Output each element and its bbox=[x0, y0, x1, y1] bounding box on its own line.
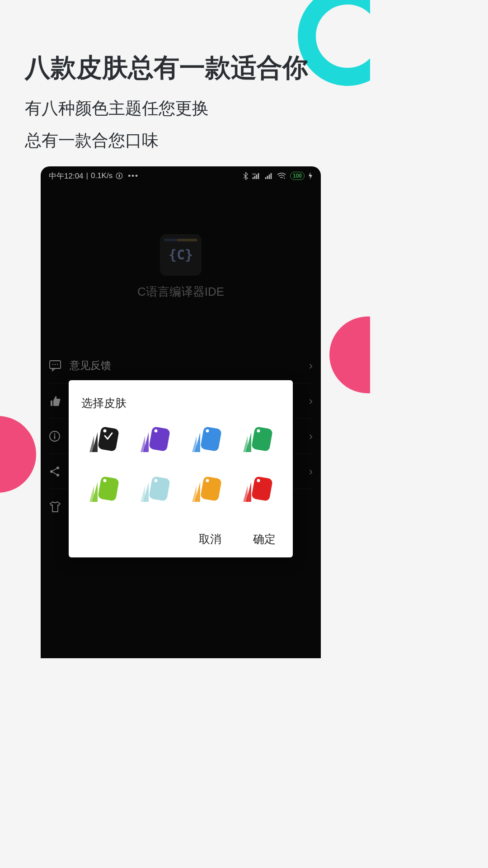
svg-rect-27 bbox=[251, 476, 273, 501]
svg-point-8 bbox=[54, 433, 56, 434]
svg-point-20 bbox=[257, 429, 260, 433]
app-hero: {C} C语言编译器IDE bbox=[41, 185, 321, 348]
status-bar: 中午12:04 | 0.1K/s ••• HD 4 100 bbox=[41, 166, 321, 185]
svg-point-5 bbox=[55, 363, 56, 364]
svg-point-16 bbox=[155, 429, 158, 433]
svg-point-14 bbox=[103, 429, 106, 433]
info-icon bbox=[49, 430, 70, 442]
promo-headline: 八款皮肤总有一款适合你 bbox=[25, 52, 352, 83]
svg-rect-23 bbox=[149, 476, 170, 501]
promo-subtext: 有八种颜色主题任您更换 总有一款合您口味 bbox=[25, 93, 352, 156]
skin-grid bbox=[81, 423, 280, 508]
signal-icon bbox=[265, 172, 273, 179]
bluetooth-icon bbox=[243, 172, 249, 180]
skin-picker-modal: 选择皮肤 取消 确定 bbox=[69, 380, 293, 557]
svg-rect-19 bbox=[251, 427, 273, 452]
modal-title: 选择皮肤 bbox=[81, 396, 280, 410]
chevron-right-icon: › bbox=[309, 395, 313, 407]
svg-point-28 bbox=[257, 479, 260, 482]
svg-point-4 bbox=[52, 363, 53, 364]
charging-icon bbox=[308, 172, 313, 179]
app-name: C语言编译器IDE bbox=[137, 284, 224, 300]
skin-option-red[interactable] bbox=[235, 473, 281, 508]
skin-option-lightblue[interactable] bbox=[133, 473, 178, 508]
chevron-right-icon: › bbox=[309, 465, 313, 478]
skin-option-purple[interactable] bbox=[133, 423, 178, 458]
svg-text:4: 4 bbox=[283, 176, 285, 179]
signal-hd-icon: HD bbox=[252, 172, 261, 179]
status-time: 中午12:04 bbox=[49, 171, 84, 181]
confirm-button[interactable]: 确定 bbox=[253, 532, 276, 547]
status-more-icon: ••• bbox=[128, 171, 139, 180]
status-netspeed: 0.1K/s bbox=[91, 171, 113, 180]
skin-option-orange[interactable] bbox=[184, 473, 229, 508]
svg-rect-25 bbox=[200, 476, 222, 501]
svg-rect-15 bbox=[149, 427, 170, 452]
chevron-right-icon: › bbox=[309, 430, 313, 443]
cancel-button[interactable]: 取消 bbox=[199, 532, 221, 547]
svg-rect-9 bbox=[54, 435, 55, 439]
status-sep: | bbox=[86, 171, 88, 180]
decoration-pink-circle-top bbox=[329, 316, 370, 393]
row-label: 意见反馈 bbox=[70, 359, 309, 373]
thumbs-icon bbox=[49, 395, 70, 407]
feedback-icon bbox=[49, 360, 70, 372]
row-feedback[interactable]: 意见反馈 › bbox=[49, 348, 313, 383]
compass-icon bbox=[115, 172, 123, 180]
share-icon bbox=[49, 466, 70, 477]
svg-rect-13 bbox=[98, 427, 119, 452]
svg-point-22 bbox=[103, 479, 106, 482]
svg-point-26 bbox=[206, 479, 209, 482]
shirt-icon bbox=[49, 501, 70, 513]
decoration-pink-circle-bottom bbox=[0, 416, 36, 493]
skin-option-lime[interactable] bbox=[81, 473, 127, 508]
app-icon: {C} bbox=[160, 234, 202, 276]
skin-option-black[interactable] bbox=[81, 423, 127, 458]
phone-frame: 中午12:04 | 0.1K/s ••• HD 4 100 {C} C语言编译器… bbox=[41, 166, 321, 658]
svg-point-24 bbox=[155, 479, 158, 482]
wifi-icon: 4 bbox=[277, 172, 286, 179]
svg-point-6 bbox=[57, 363, 58, 364]
chevron-right-icon: › bbox=[309, 359, 313, 372]
svg-point-18 bbox=[206, 429, 209, 433]
svg-text:HD: HD bbox=[252, 173, 256, 175]
battery-indicator: 100 bbox=[290, 172, 305, 180]
skin-option-green[interactable] bbox=[235, 423, 281, 458]
svg-rect-17 bbox=[200, 427, 222, 452]
skin-option-blue[interactable] bbox=[184, 423, 229, 458]
promo-block: 八款皮肤总有一款适合你 有八种颜色主题任您更换 总有一款合您口味 bbox=[25, 52, 352, 156]
svg-rect-21 bbox=[98, 476, 119, 501]
